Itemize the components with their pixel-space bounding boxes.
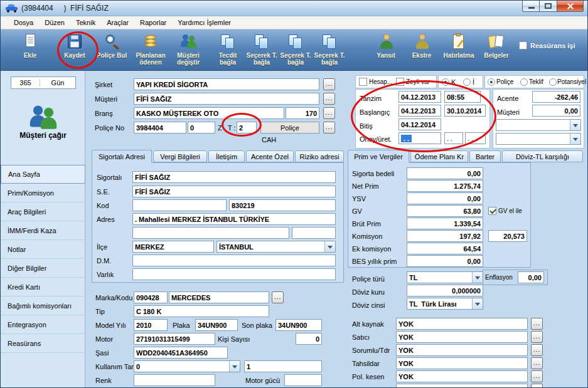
zeyil-var-checkbox[interactable] — [396, 78, 404, 86]
motor-gucu-field[interactable] — [284, 374, 322, 386]
sirket-browse-button[interactable]: ... — [323, 78, 335, 90]
empty-date-field-1[interactable]: . . — [444, 132, 463, 144]
adres-field[interactable]: . Mahallesi MERKEZ İSTANBUL TÜRKİYE — [132, 213, 336, 225]
belgeler-button[interactable]: Belgeler — [480, 31, 513, 68]
sirket-field[interactable]: YAPI KREDİ SİGORTA — [134, 78, 319, 90]
amounts-combo-2[interactable] — [496, 133, 581, 145]
kisi-sayisi-field[interactable]: 0 — [296, 333, 322, 345]
kullanim-tarzi2-field[interactable]: 1 — [244, 360, 322, 372]
marka-browse-button[interactable]: ... — [272, 291, 284, 303]
komisyon-orani-field[interactable]: 20,573 — [488, 230, 527, 242]
ek-no-field[interactable]: 0 — [188, 122, 215, 134]
alt-kaynak-field[interactable]: YOK — [396, 318, 528, 330]
maximize-button[interactable] — [540, 1, 557, 12]
bolge-sube-browse-button[interactable]: ... — [531, 384, 543, 388]
menu-teknik[interactable]: Teknik — [70, 16, 101, 29]
teklif-radio[interactable] — [520, 78, 528, 86]
tab-odeme-plani[interactable]: Ödeme Planı Kr — [410, 150, 468, 162]
bitis-field[interactable]: 04.12.2014 — [398, 118, 441, 130]
motor-field[interactable]: 27191031315499 — [134, 333, 215, 345]
t-field[interactable]: 2 — [237, 122, 257, 134]
sidebar-item-arac-bilgileri[interactable]: Araç Bilgileri — [1, 202, 85, 221]
baslangic-field[interactable]: 04.12.2013 — [398, 105, 441, 117]
son-plaka-field[interactable]: 34UN900 — [275, 319, 322, 331]
sigortali-field[interactable]: FİFİ SAĞIZ — [132, 171, 336, 183]
gv-field[interactable]: 63,80 — [407, 205, 483, 217]
varlik-field[interactable] — [132, 268, 336, 280]
ekle-button[interactable]: Ekle — [16, 31, 45, 68]
tab-prim-ve-vergiler[interactable]: Prim ve Vergiler — [348, 150, 409, 163]
brans-kodu-field[interactable]: 170 — [286, 107, 319, 119]
sasi-field[interactable]: WDD2040451A364950 — [134, 347, 228, 359]
tab-barter[interactable]: Barter — [469, 150, 501, 162]
brans-browse-button[interactable]: ... — [323, 107, 335, 119]
tahsildar-field[interactable]: YOK — [396, 357, 528, 369]
tab-sigortali-adresi[interactable]: Sigortalı Adresi — [92, 150, 152, 163]
menu-duzen[interactable]: Düzen — [39, 16, 70, 29]
marka-field[interactable]: MERCEDES — [169, 291, 269, 303]
enflasyon-field[interactable]: 0,00 — [518, 271, 544, 283]
empty-date-field-2[interactable]: . . — [465, 132, 486, 144]
pol-kesen-browse-button[interactable]: ... — [531, 370, 543, 382]
days-box[interactable]: 365 Gün — [11, 76, 76, 89]
ek-komisyon-field[interactable]: 64,54 — [407, 243, 483, 254]
adres2-field[interactable] — [132, 227, 289, 239]
marka-kodu-field[interactable]: 090428 — [134, 291, 168, 303]
ekstre-button[interactable]: Ekstre — [406, 31, 437, 68]
hatirlatma-button[interactable]: Hatırlatma — [440, 31, 478, 68]
bolge-sube-field[interactable] — [396, 384, 528, 388]
satici-browse-button[interactable]: ... — [531, 331, 543, 343]
police-browse-button[interactable]: ... — [323, 122, 335, 134]
gv-el-ile-checkbox[interactable] — [488, 207, 496, 215]
tip-field[interactable]: C 180 K — [134, 305, 269, 317]
musteri-field[interactable]: FİFİ SAĞIZ — [134, 93, 319, 105]
sidebar-item-bagimli-komisyonlari[interactable]: Bağımlı komisyonları — [1, 296, 85, 315]
ilce-field[interactable]: MERKEZ — [132, 241, 214, 253]
planlanan-odenen-button[interactable]: Planlanan ödenen — [132, 31, 169, 68]
model-yili-field[interactable]: 2010 — [134, 319, 168, 331]
pol-kesen-field[interactable]: YOK — [396, 370, 528, 382]
doviz-kuru-field[interactable]: 0,000000 — [407, 285, 483, 296]
alt-kaynak-browse-button[interactable]: ... — [531, 318, 543, 330]
amounts-combo-1[interactable] — [496, 119, 581, 131]
i-radio[interactable] — [463, 78, 471, 86]
sidebar-item-notlar[interactable]: Notlar — [1, 240, 85, 259]
musteri-degistir-button[interactable]: Müşteri değiştir — [170, 31, 206, 68]
police-turu-combo[interactable]: TL — [407, 271, 483, 283]
k-radio[interactable] — [442, 78, 449, 86]
customer-call-label[interactable]: Müşteri çağır — [1, 131, 85, 140]
kullanim-tarzi-combo[interactable]: 0 — [134, 360, 240, 372]
musteri-amount-field[interactable]: 0,00 — [532, 105, 580, 117]
brans-field[interactable]: KASKO MÜŞTEREK OTO — [134, 107, 284, 119]
adres3-field[interactable] — [292, 227, 336, 239]
potansiyel-radio[interactable] — [549, 78, 557, 86]
tanzim-field[interactable]: 04.12.2013 — [398, 91, 441, 103]
secerek-t-bagla-button-3[interactable]: Seçerek T. bağla — [313, 31, 346, 68]
close-button[interactable] — [557, 1, 584, 12]
sidebar-item-diger-bilgiler[interactable]: Diğer Bilgiler — [1, 259, 85, 278]
se-field[interactable]: FİFİ SAĞIZ — [132, 186, 336, 197]
satici-field[interactable]: YOK — [396, 331, 528, 343]
police-type-button[interactable]: Poliçe — [260, 122, 319, 134]
kod-field[interactable] — [132, 199, 227, 211]
reasurans-isi-checkbox[interactable] — [519, 41, 527, 50]
renk-field[interactable] — [134, 374, 215, 386]
yenileme-field[interactable]: 30.10.2014 — [444, 105, 486, 117]
tecdit-bagla-button[interactable]: Tecdit bağla — [211, 31, 244, 68]
menu-dosya[interactable]: Dosya — [8, 16, 39, 29]
onay-uret-field[interactable]: . . — [398, 132, 441, 144]
kod2-field[interactable]: 830219 — [229, 199, 336, 211]
sidebar-item-kredi-karti[interactable]: Kredi Kartı — [1, 278, 85, 296]
sidebar-item-ana-sayfa[interactable]: Ana Sayfa — [1, 165, 85, 184]
tahsildar-browse-button[interactable]: ... — [531, 357, 543, 369]
musteri-browse-button[interactable]: ... — [323, 93, 335, 105]
menu-araclar[interactable]: Araçlar — [101, 16, 134, 29]
kaydet-button[interactable]: Kaydet — [60, 31, 90, 68]
tab-acente-ozel[interactable]: Acente Özel — [246, 150, 294, 162]
bes-yillik-prim-field[interactable]: 0,00 — [407, 255, 483, 267]
secerek-t-bagla-button-1[interactable]: Seçerek T. bağla — [245, 31, 278, 68]
tab-iletisim[interactable]: İletişim — [208, 150, 245, 162]
minimize-button[interactable] — [522, 1, 540, 12]
secerek-t-bagla-button-2[interactable]: Seçerek T. bağla — [279, 31, 312, 68]
plaka-field[interactable]: 34UN900 — [195, 319, 238, 331]
